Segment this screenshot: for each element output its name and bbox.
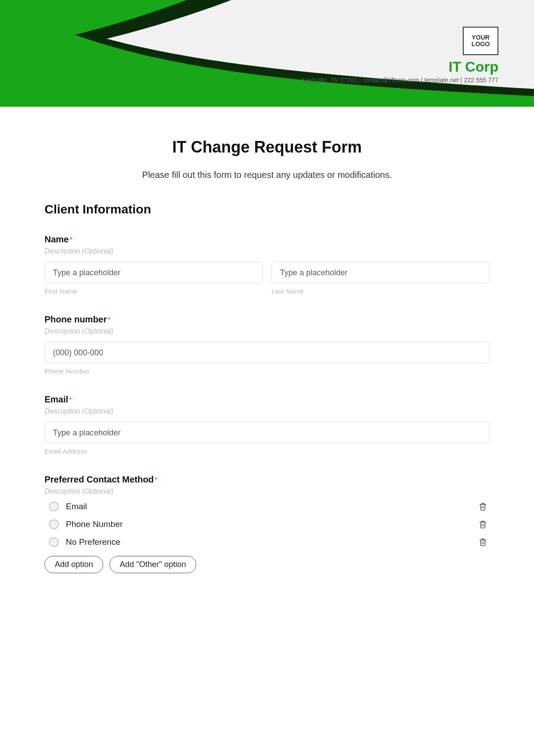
header-banner: YOUR LOGO IT Corp Nashville, TN 37201 | … xyxy=(0,0,534,107)
company-contact-line: Nashville, TN 37201 | contact@ITcorp.com… xyxy=(301,76,498,84)
phone-label: Phone number xyxy=(44,314,107,324)
option-label: Email xyxy=(66,502,87,511)
email-input[interactable] xyxy=(44,422,490,444)
radio-icon[interactable] xyxy=(49,502,59,511)
phone-input[interactable] xyxy=(44,342,490,364)
form-subtitle: Please fill out this form to request any… xyxy=(44,170,490,180)
trash-icon[interactable] xyxy=(478,537,488,547)
option-label: No Preference xyxy=(66,537,121,547)
radio-icon[interactable] xyxy=(49,519,59,529)
trash-icon[interactable] xyxy=(478,519,488,529)
field-contact-method: Preferred Contact Method* Description (O… xyxy=(44,475,490,573)
logo-text: YOUR LOGO xyxy=(471,34,490,48)
first-name-input[interactable] xyxy=(44,261,263,284)
last-name-input[interactable] xyxy=(271,261,490,284)
last-name-sublabel: Last Name xyxy=(271,287,490,295)
option-label: Phone Number xyxy=(66,519,123,529)
add-option-button[interactable]: Add option xyxy=(44,556,103,573)
email-label: Email xyxy=(44,394,68,404)
banner-swoosh xyxy=(0,0,534,107)
field-phone: Phone number* Description (Optional) Pho… xyxy=(44,314,490,375)
company-name: IT Corp xyxy=(449,59,498,75)
section-heading-client-info: Client Information xyxy=(44,202,490,217)
field-name: Name* Description (Optional) First Name … xyxy=(44,234,490,295)
option-email[interactable]: Email xyxy=(44,502,490,511)
required-marker: * xyxy=(69,396,72,404)
required-marker: * xyxy=(108,316,110,324)
contact-method-label: Preferred Contact Method xyxy=(44,475,154,484)
option-no-preference[interactable]: No Preference xyxy=(44,537,490,547)
form-title: IT Change Request Form xyxy=(44,138,490,157)
phone-description[interactable]: Description (Optional) xyxy=(44,327,490,335)
required-marker: * xyxy=(69,236,72,244)
contact-method-description[interactable]: Description (Optional) xyxy=(44,487,490,495)
name-description[interactable]: Description (Optional) xyxy=(44,247,490,255)
required-marker: * xyxy=(155,476,158,484)
first-name-sublabel: First Name xyxy=(44,287,263,295)
add-other-option-button[interactable]: Add "Other" option xyxy=(109,556,196,573)
contact-method-options: Email Phone Number No Preference xyxy=(44,502,490,547)
phone-sublabel: Phone Number xyxy=(44,367,490,375)
form-page: IT Change Request Form Please fill out t… xyxy=(0,107,534,600)
email-sublabel: Email Address xyxy=(44,447,490,455)
logo-placeholder: YOUR LOGO xyxy=(463,27,498,55)
trash-icon[interactable] xyxy=(478,502,488,511)
field-email: Email* Description (Optional) Email Addr… xyxy=(44,394,490,455)
name-label: Name xyxy=(44,234,69,244)
option-phone[interactable]: Phone Number xyxy=(44,519,490,529)
email-description[interactable]: Description (Optional) xyxy=(44,407,490,415)
radio-icon[interactable] xyxy=(49,537,59,547)
